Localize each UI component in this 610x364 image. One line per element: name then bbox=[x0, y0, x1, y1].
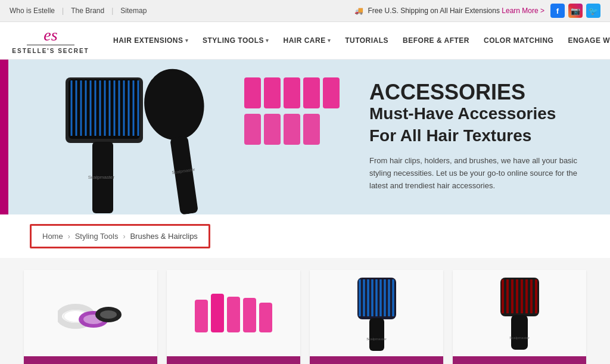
breadcrumb-sep-2: › bbox=[123, 232, 125, 241]
product-image-boar-bristle: Scalpmaster bbox=[453, 270, 586, 356]
product-card-loop-bristle[interactable]: Scalpmaster Loop Bristle bbox=[310, 270, 443, 364]
product-card-boar-bristle[interactable]: Scalpmaster Boar Bristle bbox=[453, 270, 586, 364]
hero-banner: Scalpmaster Scalpmaster bbox=[0, 60, 610, 214]
svg-rect-49 bbox=[511, 315, 528, 350]
top-nav-links: Who is Estelle | The Brand | Sitemap bbox=[10, 7, 147, 15]
product-card-hair-clips[interactable]: Hair Clips bbox=[167, 270, 300, 364]
hero-title-top: ACCESSORIES bbox=[369, 82, 586, 103]
product-label-hair-clips: Hair Clips bbox=[167, 356, 300, 364]
twitter-icon[interactable]: 🐦 bbox=[586, 4, 600, 18]
chevron-down-icon: ▾ bbox=[185, 38, 189, 43]
hero-images: Scalpmaster Scalpmaster bbox=[0, 60, 346, 214]
products-section: Telephone Wires Hair Clips bbox=[0, 258, 610, 364]
sitemap-link[interactable]: Sitemap bbox=[120, 7, 147, 15]
truck-icon: 🚚 bbox=[354, 7, 363, 15]
product-label-loop-bristle: Loop Bristle bbox=[310, 356, 443, 364]
hero-title-main: Must-Have Accessories For All Hair Textu… bbox=[369, 103, 586, 147]
hero-brush-blue: Scalpmaster bbox=[30, 71, 143, 214]
breadcrumb-section: Home › Styling Tools › Brushes & Haircli… bbox=[0, 214, 610, 258]
hero-text: ACCESSORIES Must-Have Accessories For Al… bbox=[346, 70, 610, 204]
the-brand-link[interactable]: The Brand bbox=[71, 7, 104, 15]
nav-engage[interactable]: ENGAGE WITH US! ▾ bbox=[562, 32, 610, 49]
nav-styling-tools[interactable]: STYLING TOOLS ▾ bbox=[197, 32, 275, 49]
main-nav: HAIR EXTENSIONS ▾ STYLING TOOLS ▾ HAIR C… bbox=[107, 32, 610, 49]
who-is-estelle-link[interactable]: Who is Estelle bbox=[10, 7, 55, 15]
products-grid: Telephone Wires Hair Clips bbox=[24, 270, 586, 364]
nav-hair-extensions[interactable]: HAIR EXTENSIONS ▾ bbox=[107, 32, 194, 49]
svg-rect-38 bbox=[369, 318, 384, 351]
hero-description: From hair clips, holders, and brushes, w… bbox=[369, 155, 584, 192]
learn-more-link[interactable]: Learn More > bbox=[502, 7, 544, 15]
logo-divider bbox=[27, 45, 74, 45]
svg-rect-20 bbox=[170, 136, 198, 214]
breadcrumb: Home › Styling Tools › Brushes & Haircli… bbox=[30, 224, 210, 248]
hero-brush-black: Scalpmaster bbox=[132, 60, 225, 214]
logo[interactable]: es ESTELLE'S SECRET bbox=[12, 27, 89, 54]
breadcrumb-current: Brushes & Hairclips bbox=[130, 232, 197, 241]
nav-before-after[interactable]: BEFORE & AFTER bbox=[397, 32, 475, 49]
main-header: es ESTELLE'S SECRET HAIR EXTENSIONS ▾ ST… bbox=[0, 22, 610, 60]
product-label-telephone-wires: Telephone Wires bbox=[24, 356, 157, 364]
hero-clips bbox=[244, 77, 340, 145]
breadcrumb-home[interactable]: Home bbox=[42, 232, 63, 241]
product-image-telephone-wires bbox=[24, 270, 157, 356]
nav-tutorials[interactable]: TUTORIALS bbox=[339, 32, 394, 49]
svg-point-19 bbox=[139, 65, 208, 144]
nav-hair-care[interactable]: HAIR CARE ▾ bbox=[277, 32, 337, 49]
product-image-hair-clips bbox=[167, 270, 300, 356]
svg-text:Scalpmaster: Scalpmaster bbox=[88, 175, 115, 180]
shipping-message: 🚚 Free U.S. Shipping on All Hair Extensi… bbox=[354, 7, 544, 15]
top-bar-right: 🚚 Free U.S. Shipping on All Hair Extensi… bbox=[354, 4, 600, 18]
top-bar: Who is Estelle | The Brand | Sitemap 🚚 F… bbox=[0, 0, 610, 22]
social-icons: f 📷 🐦 bbox=[550, 4, 600, 18]
logo-name: ESTELLE'S SECRET bbox=[12, 48, 89, 54]
logo-script: es bbox=[43, 27, 57, 43]
nav-color-matching[interactable]: COLOR MATCHING bbox=[478, 32, 559, 49]
product-image-loop-bristle: Scalpmaster bbox=[310, 270, 443, 356]
breadcrumb-styling-tools[interactable]: Styling Tools bbox=[75, 232, 119, 241]
chevron-down-icon: ▾ bbox=[266, 38, 269, 43]
product-label-boar-bristle: Boar Bristle bbox=[453, 356, 586, 364]
svg-text:Scalpmaster: Scalpmaster bbox=[509, 336, 529, 340]
instagram-icon[interactable]: 📷 bbox=[568, 4, 583, 18]
chevron-down-icon: ▾ bbox=[328, 38, 331, 43]
hair-clips-image bbox=[195, 294, 272, 332]
svg-rect-40 bbox=[500, 278, 539, 316]
product-card-telephone-wires[interactable]: Telephone Wires bbox=[24, 270, 157, 364]
svg-point-27 bbox=[100, 310, 117, 319]
breadcrumb-sep-1: › bbox=[68, 232, 70, 241]
svg-text:Scalpmaster: Scalpmaster bbox=[366, 337, 386, 341]
facebook-icon[interactable]: f bbox=[550, 4, 565, 18]
